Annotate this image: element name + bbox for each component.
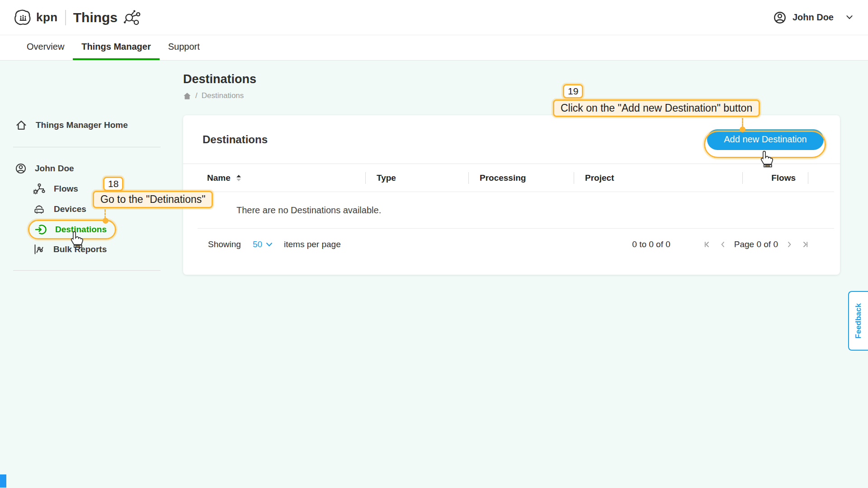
destinations-icon	[35, 224, 47, 235]
sidebar-item-devices[interactable]: Devices	[33, 203, 86, 215]
hand-cursor-icon	[759, 150, 774, 168]
tab-things-manager[interactable]: Things Manager	[73, 35, 159, 60]
chevron-down-icon	[846, 15, 853, 19]
user-avatar-icon	[15, 163, 26, 174]
sidebar-item-things-manager-home[interactable]: Things Manager Home	[15, 119, 128, 131]
items-per-page-label: items per page	[284, 239, 341, 249]
main-nav: Overview Things Manager Support	[0, 35, 868, 61]
brand-product-text: Things	[73, 10, 118, 25]
hand-cursor-icon	[69, 230, 84, 249]
sidebar-devices-label: Devices	[54, 204, 86, 214]
last-page-button[interactable]	[802, 241, 809, 248]
tab-support[interactable]: Support	[160, 35, 208, 60]
step-19-badge: 19	[563, 84, 583, 99]
destinations-card: Destinations Add new Destination Name Ty…	[183, 115, 840, 275]
showing-label: Showing	[208, 239, 241, 249]
page-size-control: Showing 50 items per page	[208, 239, 341, 249]
breadcrumb-current: Destinations	[202, 91, 244, 100]
page-size-select[interactable]: 50	[253, 239, 272, 249]
user-avatar-icon	[774, 11, 786, 24]
previous-page-button[interactable]	[720, 241, 725, 248]
sidebar-flows-label: Flows	[54, 184, 78, 194]
breadcrumb-separator: /	[195, 91, 198, 100]
chevron-down-icon	[266, 243, 272, 247]
column-header-processing: Processing	[468, 164, 574, 192]
column-header-type: Type	[365, 164, 468, 192]
first-page-button[interactable]	[703, 241, 710, 248]
page-size-value: 50	[253, 239, 262, 249]
step-18-badge: 18	[103, 177, 123, 191]
empty-table-message: There are no Destinations available.	[198, 192, 834, 229]
table-header-row: Name Type Processing Project Flows	[198, 164, 834, 192]
sidebar-divider	[13, 270, 160, 271]
things-network-icon	[123, 9, 141, 26]
bottom-left-blue-marker	[0, 474, 6, 488]
page-title: Destinations	[183, 72, 256, 86]
page-text: Page 0 of 0	[734, 239, 778, 249]
kpn-crown-icon	[13, 8, 33, 28]
devices-icon	[33, 203, 45, 215]
bulk-reports-icon	[33, 244, 45, 255]
pagination: 0 to 0 of 0 Page 0 of 0	[632, 239, 814, 249]
destinations-table: Name Type Processing Project Flows There…	[198, 164, 834, 229]
previous-page-icon	[720, 241, 725, 248]
sidebar-user-label: John Doe	[35, 164, 74, 174]
card-title: Destinations	[203, 133, 268, 146]
sidebar-home-label: Things Manager Home	[36, 120, 128, 130]
column-header-spacer	[808, 164, 834, 192]
feedback-tab[interactable]: Feedback	[848, 291, 868, 351]
content-area: Things Manager Home John Doe Flows	[0, 61, 868, 488]
user-menu[interactable]: John Doe	[774, 11, 853, 24]
sidebar-item-flows[interactable]: Flows	[33, 183, 78, 194]
feedback-label: Feedback	[854, 303, 863, 338]
tab-overview[interactable]: Overview	[18, 35, 73, 60]
breadcrumb: / Destinations	[183, 91, 244, 100]
card-footer: Showing 50 items per page 0 to 0 of 0	[183, 229, 840, 260]
column-header-name[interactable]: Name	[198, 164, 365, 192]
first-page-icon	[703, 241, 710, 248]
next-page-button[interactable]	[787, 241, 792, 248]
brand-logo[interactable]: kpn Things	[13, 8, 141, 28]
sidebar-item-user[interactable]: John Doe	[15, 163, 74, 174]
next-page-icon	[787, 241, 792, 248]
brand-kpn-text: kpn	[36, 10, 58, 24]
column-header-project: Project	[574, 164, 742, 192]
user-name: John Doe	[793, 12, 834, 23]
breadcrumb-home-icon[interactable]	[183, 92, 191, 100]
step-19-connector-line	[742, 118, 743, 127]
step-18-tooltip: Go to the "Detinations"	[93, 191, 213, 208]
sidebar-divider	[13, 147, 160, 147]
sort-icon[interactable]	[236, 174, 241, 182]
step-18-connector-line	[104, 209, 106, 219]
home-icon	[15, 119, 27, 131]
last-page-icon	[802, 241, 809, 248]
step-19-connector-dot	[740, 127, 745, 132]
app-header: kpn Things John Doe	[0, 0, 868, 35]
add-new-destination-button[interactable]: Add new Destination	[707, 129, 824, 150]
range-text: 0 to 0 of 0	[632, 239, 670, 249]
step-19-tooltip: Click on the "Add new Destination" butto…	[553, 99, 760, 117]
column-header-flows: Flows	[742, 164, 808, 192]
brand-separator	[65, 10, 66, 25]
flows-icon	[33, 183, 45, 194]
step-18-connector-dot	[103, 218, 108, 224]
